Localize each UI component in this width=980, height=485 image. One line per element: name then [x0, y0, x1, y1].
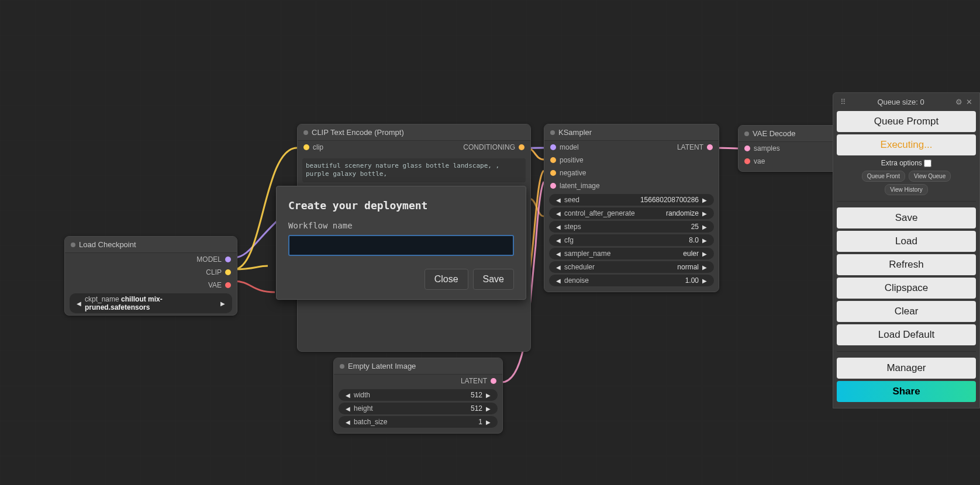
input-positive[interactable]: positive — [550, 156, 584, 164]
socket-icon[interactable] — [303, 144, 309, 150]
chevron-left-icon[interactable]: ◀ — [344, 406, 351, 412]
chevron-right-icon[interactable]: ▶ — [485, 406, 492, 412]
queue-front-button[interactable]: Queue Front — [862, 171, 905, 182]
node-header[interactable]: KSampler — [544, 124, 719, 141]
save-button[interactable]: Save — [473, 269, 514, 290]
input-samples[interactable]: samples — [744, 144, 780, 153]
output-conditioning[interactable]: CONDITIONING — [463, 143, 524, 151]
control-panel: ⠿ Queue size: 0 ⚙ ✕ Queue Prompt Executi… — [833, 92, 980, 408]
param-batch_size[interactable]: ◀batch_size1▶ — [339, 416, 498, 428]
input-vae[interactable]: vae — [744, 157, 765, 165]
load-workflow-button[interactable]: Load — [837, 231, 976, 252]
ckpt-name-widget[interactable]: ◀ ckpt_name chillout mix-pruned.safetens… — [70, 293, 232, 313]
collapse-dot-icon[interactable] — [744, 131, 749, 136]
socket-icon[interactable] — [744, 158, 750, 164]
view-history-button[interactable]: View History — [885, 184, 927, 195]
collapse-dot-icon[interactable] — [550, 130, 555, 135]
node-title: VAE Decode — [753, 129, 795, 138]
node-ksampler[interactable]: KSampler model LATENT positive negative … — [544, 124, 719, 292]
gear-icon[interactable]: ⚙ — [955, 98, 962, 106]
input-clip[interactable]: clip — [303, 143, 323, 151]
socket-icon[interactable] — [225, 257, 231, 262]
input-model[interactable]: model — [550, 143, 579, 151]
node-empty-latent-image[interactable]: Empty Latent Image LATENT ◀width512▶◀hei… — [333, 358, 503, 434]
extra-options-toggle[interactable]: Extra options — [837, 158, 976, 168]
param-cfg[interactable]: ◀cfg8.0▶ — [549, 234, 714, 246]
param-width[interactable]: ◀width512▶ — [339, 389, 498, 401]
collapse-dot-icon[interactable] — [303, 130, 308, 135]
refresh-button[interactable]: Refresh — [837, 254, 976, 275]
chevron-right-icon[interactable]: ▶ — [701, 197, 708, 203]
view-queue-button[interactable]: View Queue — [909, 171, 951, 182]
chevron-left-icon[interactable]: ◀ — [75, 300, 82, 307]
extra-options-checkbox[interactable] — [924, 160, 931, 167]
param-sampler_name[interactable]: ◀sampler_nameeuler▶ — [549, 248, 714, 259]
socket-icon[interactable] — [707, 144, 713, 150]
output-latent[interactable]: LATENT — [461, 377, 496, 385]
socket-icon[interactable] — [550, 170, 556, 176]
close-button[interactable]: Close — [425, 269, 468, 290]
chevron-left-icon[interactable]: ◀ — [555, 278, 562, 284]
workflow-name-input[interactable] — [288, 235, 514, 256]
output-vae[interactable]: VAE — [208, 281, 231, 289]
chevron-right-icon[interactable]: ▶ — [485, 392, 492, 399]
chevron-left-icon[interactable]: ◀ — [344, 392, 351, 399]
queue-size-label: Queue size: 0 — [877, 98, 924, 106]
socket-icon[interactable] — [225, 282, 231, 288]
socket-icon[interactable] — [519, 144, 524, 150]
socket-icon[interactable] — [225, 269, 231, 275]
close-icon[interactable]: ✕ — [966, 98, 972, 106]
input-negative[interactable]: negative — [550, 169, 586, 177]
socket-icon[interactable] — [550, 144, 556, 150]
chevron-left-icon[interactable]: ◀ — [344, 419, 351, 425]
chevron-right-icon[interactable]: ▶ — [701, 224, 708, 230]
chevron-left-icon[interactable]: ◀ — [555, 224, 562, 230]
chevron-left-icon[interactable]: ◀ — [555, 251, 562, 257]
chevron-right-icon[interactable]: ▶ — [701, 237, 708, 244]
node-load-checkpoint[interactable]: Load Checkpoint MODEL CLIP VAE ◀ ckpt_na… — [64, 236, 237, 316]
chevron-left-icon[interactable]: ◀ — [555, 237, 562, 244]
save-workflow-button[interactable]: Save — [837, 207, 976, 228]
output-clip[interactable]: CLIP — [206, 268, 231, 276]
load-default-button[interactable]: Load Default — [837, 324, 976, 345]
chevron-right-icon[interactable]: ▶ — [219, 300, 226, 307]
chevron-right-icon[interactable]: ▶ — [485, 419, 492, 425]
node-title: Load Checkpoint — [79, 240, 136, 249]
chevron-right-icon[interactable]: ▶ — [701, 264, 708, 271]
node-header[interactable]: CLIP Text Encode (Prompt) — [298, 124, 530, 141]
input-latent-image[interactable]: latent_image — [550, 182, 600, 190]
param-height[interactable]: ◀height512▶ — [339, 403, 498, 414]
node-header[interactable]: Load Checkpoint — [65, 237, 237, 253]
create-deployment-modal: Create your deployment Workflow name Clo… — [276, 186, 526, 300]
drag-handle-icon[interactable]: ⠿ — [840, 98, 846, 106]
socket-icon[interactable] — [491, 378, 496, 384]
executing-status[interactable]: Executing... — [837, 134, 976, 155]
chevron-right-icon[interactable]: ▶ — [701, 278, 708, 284]
clear-button[interactable]: Clear — [837, 301, 976, 322]
output-latent[interactable]: LATENT — [677, 143, 713, 151]
collapse-dot-icon[interactable] — [340, 364, 344, 369]
chevron-right-icon[interactable]: ▶ — [701, 210, 708, 217]
param-control_after_generate[interactable]: ◀control_after_generaterandomize▶ — [549, 207, 714, 219]
node-title: CLIP Text Encode (Prompt) — [312, 128, 404, 137]
prompt-text[interactable]: beautiful scenery nature glass bottle la… — [302, 158, 526, 182]
output-model[interactable]: MODEL — [196, 255, 231, 264]
socket-icon[interactable] — [550, 183, 556, 189]
share-button[interactable]: Share — [837, 381, 976, 402]
chevron-left-icon[interactable]: ◀ — [555, 210, 562, 217]
node-header[interactable]: Empty Latent Image — [334, 358, 502, 375]
collapse-dot-icon[interactable] — [71, 243, 75, 247]
param-steps[interactable]: ◀steps25▶ — [549, 221, 714, 233]
chevron-left-icon[interactable]: ◀ — [555, 264, 562, 271]
chevron-left-icon[interactable]: ◀ — [555, 197, 562, 203]
param-scheduler[interactable]: ◀schedulernormal▶ — [549, 261, 714, 273]
param-denoise[interactable]: ◀denoise1.00▶ — [549, 275, 714, 286]
chevron-right-icon[interactable]: ▶ — [701, 251, 708, 257]
node-title: KSampler — [558, 128, 592, 137]
socket-icon[interactable] — [550, 157, 556, 163]
queue-prompt-button[interactable]: Queue Prompt — [837, 111, 976, 132]
manager-button[interactable]: Manager — [837, 358, 976, 379]
param-seed[interactable]: ◀seed156680208700286▶ — [549, 194, 714, 206]
socket-icon[interactable] — [744, 146, 750, 151]
clipspace-button[interactable]: Clipspace — [837, 278, 976, 299]
